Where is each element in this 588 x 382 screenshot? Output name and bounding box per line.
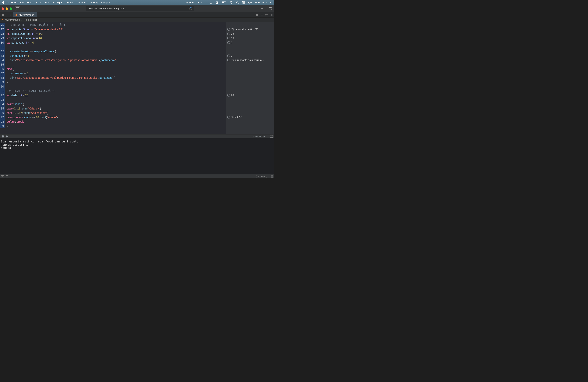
- code-line[interactable]: pontuacao += 1: [7, 54, 224, 58]
- result-row[interactable]: 16: [227, 36, 273, 40]
- activity-status-bar[interactable]: Ready to continue MyPlayground: [86, 6, 194, 11]
- menu-debug[interactable]: Debug: [90, 1, 98, 4]
- clear-console-button[interactable]: [271, 175, 273, 178]
- code-content[interactable]: // # DESAFIO 1 - PONTUAÇÃO DO USUÁRIOlet…: [5, 22, 226, 134]
- code-line[interactable]: // # DESAFIO 2 - IDADE DO USUÁRIO: [7, 89, 224, 93]
- quicklook-box-icon[interactable]: [227, 94, 230, 96]
- editor-options-icon[interactable]: [265, 14, 268, 16]
- code-line[interactable]: let respostaCorreta: Int = 8*2: [7, 32, 224, 36]
- jump-bar-file[interactable]: MyPlayground: [5, 19, 20, 21]
- line-number[interactable]: 98: [0, 119, 5, 124]
- line-number[interactable]: 76: [0, 23, 5, 27]
- code-line[interactable]: [7, 45, 224, 49]
- line-number[interactable]: 89: [0, 80, 5, 84]
- window-close-button[interactable]: [1, 7, 4, 10]
- control-center-icon[interactable]: [242, 1, 245, 4]
- code-line[interactable]: [7, 97, 224, 102]
- mouse-icon[interactable]: [210, 1, 212, 4]
- result-row[interactable]: 28: [227, 93, 273, 97]
- line-number[interactable]: 81: [0, 45, 5, 49]
- quicklook-box-icon[interactable]: [227, 55, 230, 57]
- quicklook-box-icon[interactable]: [227, 59, 230, 61]
- code-line[interactable]: let idade: Int = 28: [7, 93, 224, 97]
- result-row[interactable]: "Adulto\n": [227, 115, 273, 119]
- menu-view[interactable]: View: [35, 1, 41, 4]
- code-line[interactable]: print("Sua resposta está errada. Você pe…: [7, 76, 224, 80]
- related-items-button[interactable]: [0, 12, 6, 17]
- menu-navigate[interactable]: Navigate: [53, 1, 63, 4]
- code-line[interactable]: case 13...17: print("Adolescente"): [7, 111, 224, 115]
- line-number[interactable]: 99: [0, 124, 5, 128]
- line-number[interactable]: 96: [0, 111, 5, 115]
- jump-bar[interactable]: MyPlayground 〉 No Selection: [0, 18, 274, 22]
- add-editor-icon[interactable]: [270, 14, 273, 16]
- menu-file[interactable]: File: [20, 1, 24, 4]
- menu-help[interactable]: Help: [198, 1, 203, 4]
- code-line[interactable]: [7, 84, 224, 89]
- apple-menu-icon[interactable]: [2, 1, 5, 4]
- code-line[interactable]: case _ where idade >= 18: print("Adulto"…: [7, 115, 224, 119]
- quicklook-box-icon[interactable]: [227, 28, 230, 31]
- window-minimize-button[interactable]: [6, 7, 8, 10]
- result-row[interactable]: 1: [227, 54, 273, 58]
- toggle-inspector-button[interactable]: [268, 6, 273, 11]
- editor-tab[interactable]: MyPlayground: [13, 12, 37, 17]
- quicklook-box-icon[interactable]: [227, 37, 230, 39]
- line-number[interactable]: 84: [0, 58, 5, 62]
- line-number[interactable]: 90: [0, 84, 5, 89]
- screen-record-icon[interactable]: [215, 1, 219, 4]
- menu-find[interactable]: Find: [44, 1, 49, 4]
- line-number[interactable]: 93: [0, 97, 5, 102]
- line-number[interactable]: 78: [0, 32, 5, 36]
- adjust-editor-icon[interactable]: [260, 14, 263, 16]
- code-line[interactable]: }: [7, 80, 224, 84]
- result-row[interactable]: "Qual o valor de 8 x 2?": [227, 27, 273, 32]
- menubar-clock[interactable]: Qua. 24 de jul. 17:22: [248, 1, 273, 4]
- result-row[interactable]: 0: [227, 40, 273, 45]
- toggle-navigator-button[interactable]: [15, 6, 21, 11]
- line-number[interactable]: 91: [0, 89, 5, 93]
- menu-app-name[interactable]: Xcode: [8, 1, 16, 4]
- wifi-icon[interactable]: [230, 1, 233, 4]
- console-view-mode-icon[interactable]: [6, 175, 8, 177]
- line-number[interactable]: 85: [0, 62, 5, 67]
- result-row[interactable]: 16: [227, 32, 273, 36]
- line-number[interactable]: 94: [0, 102, 5, 106]
- menu-edit[interactable]: Edit: [27, 1, 32, 4]
- search-icon[interactable]: [236, 1, 239, 4]
- menu-window[interactable]: Window: [185, 1, 194, 4]
- window-zoom-button[interactable]: [10, 7, 12, 10]
- code-line[interactable]: var pontuacao: Int = 0: [7, 40, 224, 45]
- line-number[interactable]: 82: [0, 49, 5, 54]
- quicklook-box-icon[interactable]: [227, 41, 230, 44]
- quicklook-box-icon[interactable]: [227, 33, 230, 35]
- add-button[interactable]: [260, 6, 265, 11]
- code-line[interactable]: switch idade {: [7, 102, 224, 106]
- line-number[interactable]: 86: [0, 67, 5, 71]
- nav-back-button[interactable]: [7, 14, 9, 16]
- menu-editor[interactable]: Editor: [67, 1, 74, 4]
- code-line[interactable]: let pergunta: String = "Qual o valor de …: [7, 27, 224, 32]
- toggle-console-icon[interactable]: [270, 135, 273, 138]
- menu-product[interactable]: Product: [77, 1, 86, 4]
- code-line[interactable]: let respostaUsuario: Int = 16: [7, 36, 224, 40]
- quicklook-box-icon[interactable]: [227, 116, 230, 118]
- code-line[interactable]: print("Sua resposta está correta! Você g…: [7, 58, 224, 62]
- refresh-icon[interactable]: [256, 14, 258, 16]
- console-output-mode-icon[interactable]: [1, 175, 4, 177]
- nav-forward-button[interactable]: [10, 14, 12, 16]
- line-number[interactable]: 88: [0, 76, 5, 80]
- menu-integrate[interactable]: Integrate: [101, 1, 111, 4]
- debug-console[interactable]: Sua resposta está correta! Você ganhou 1…: [0, 138, 274, 174]
- line-number[interactable]: 83: [0, 54, 5, 58]
- code-line[interactable]: if respostaUsuario == respostaCorreta {: [7, 49, 224, 54]
- line-number[interactable]: 95: [0, 106, 5, 111]
- source-editor[interactable]: 7677787980818283848586878889909192939495…: [0, 22, 226, 134]
- code-line[interactable]: default: break: [7, 119, 224, 124]
- code-line[interactable]: case 0...13: print("Criança"): [7, 106, 224, 111]
- line-number[interactable]: 97: [0, 115, 5, 119]
- line-number[interactable]: 87: [0, 71, 5, 76]
- code-line[interactable]: }: [7, 124, 224, 128]
- result-row[interactable]: "Sua resposta está correta!...: [227, 58, 273, 62]
- code-line[interactable]: else {: [7, 67, 224, 71]
